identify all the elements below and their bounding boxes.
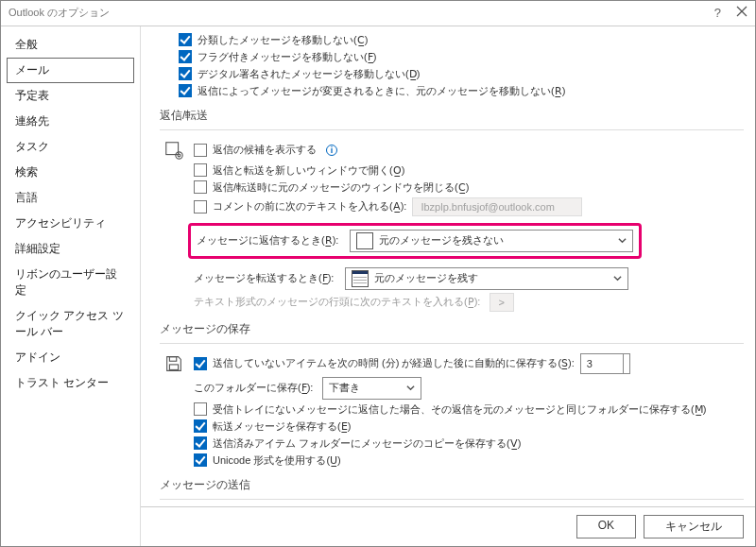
cancel-button[interactable]: キャンセル [644,515,744,538]
section-message-sending: メッセージの送信 [160,477,744,493]
reply-style-highlight: メッセージに返信するとき(R̲): 元のメッセージを残さない [188,223,642,259]
sidebar-item-calendar[interactable]: 予定表 [7,83,134,109]
floppy-icon [160,353,188,374]
plain-prefix-label: テキスト形式のメッセージの行頭に次のテキストを入れる(P̲): [194,295,480,309]
plain-prefix-textbox: > [490,293,514,312]
lbl: Unicode 形式を使用する(U̲) [213,453,341,468]
sidebar-item-general[interactable]: 全般 [7,32,134,58]
cb-flagged-no-move[interactable] [179,50,192,63]
lbl: フラグ付きメッセージを移動しない(F̲) [198,50,376,64]
forward-style-label: メッセージを転送するとき(F̲): [194,271,334,285]
divider [160,343,744,344]
save-folder-value: 下書き [329,381,360,395]
cb-open-new-window[interactable] [194,163,207,177]
svg-point-3 [176,152,182,159]
reply-style-select[interactable]: 元のメッセージを残さない [350,230,633,252]
cb-save-sent-copy[interactable] [194,436,207,450]
content: 分類したメッセージを移動しない(C̲) フラグ付きメッセージを移動しない(F̲)… [141,26,755,506]
save-folder-label: このフォルダーに保存(F̲): [194,381,313,395]
sidebar-item-addins[interactable]: アドイン [7,345,134,370]
section-reply-forward: 返信/転送 [160,108,744,124]
lbl: 受信トレイにないメッセージに返信した場合、その返信を元のメッセージと同じフォルダ… [213,402,706,417]
chevron-down-icon[interactable] [624,364,629,373]
chevron-down-icon [613,273,622,284]
reply-thumb-icon [356,232,373,249]
save-folder-select[interactable]: 下書き [322,377,421,400]
lbl: 転送メッセージを保存する(E̲) [213,419,351,434]
help-icon[interactable]: ? [714,6,721,20]
lbl: 送信済みアイテム フォルダーにメッセージのコピーを保存する(V̲) [213,436,521,451]
cb-save-forwarded[interactable] [194,419,207,433]
ok-button[interactable]: OK [576,515,636,538]
cb-use-unicode[interactable] [194,453,207,467]
dialog-footer: OK キャンセル [141,506,755,546]
cb-show-reply-suggestions[interactable] [194,144,207,157]
lbl: 返信によってメッセージが変更されるときに、元のメッセージを移動しない(R̲) [198,84,565,98]
divider [160,129,744,130]
lbl: デジタル署名されたメッセージを移動しない(D̲) [198,67,420,81]
sidebar-item-search[interactable]: 検索 [7,160,134,185]
forward-style-select[interactable]: 元のメッセージを残す [345,267,628,290]
autosave-minutes-spinner[interactable]: 3 [580,353,630,374]
reply-forward-icon [160,140,188,161]
lbl: 送信していないアイテムを次の時間 (分) が経過した後に自動的に保存する(S̲)… [213,356,575,370]
section-message-save: メッセージの保存 [160,321,744,337]
spinner-buttons[interactable] [624,353,630,374]
reply-style-value: 元のメッセージを残さない [379,233,612,248]
sidebar: 全般 メール 予定表 連絡先 タスク 検索 言語 アクセシビリティ 詳細設定 リ… [1,26,141,546]
chevron-up-icon[interactable] [624,354,629,364]
cb-close-original[interactable] [194,180,207,194]
titlebar: Outlook のオプション ? [1,1,755,26]
sidebar-item-mail[interactable]: メール [7,58,134,83]
cb-categorized-no-move[interactable] [179,33,192,46]
lbl: 返信/転送時に元のメッセージのウィンドウを閉じる(C̲) [213,180,469,195]
sidebar-item-ribbon[interactable]: リボンのユーザー設定 [7,262,134,303]
forward-style-value: 元のメッセージを残す [374,271,608,285]
sidebar-item-quick-access[interactable]: クイック アクセス ツール バー [7,303,134,345]
sidebar-item-language[interactable]: 言語 [7,185,134,211]
divider [160,499,744,500]
lbl: 分類したメッセージを移動しない(C̲) [198,33,368,47]
cb-autosave[interactable] [194,357,207,370]
lbl: 返信と転送を新しいウィンドウで開く(O̲) [213,163,404,178]
titlebar-controls: ? [714,6,747,20]
lbl: コメントの前に次のテキストを入れる(A̲): [213,199,406,214]
sidebar-item-tasks[interactable]: タスク [7,134,134,160]
cb-signed-no-move[interactable] [179,67,192,80]
chevron-down-icon [618,235,627,247]
reply-style-label: メッセージに返信するとき(R̲): [197,233,338,248]
cb-save-reply-same-folder[interactable] [194,402,207,416]
sidebar-item-advanced[interactable]: 詳細設定 [7,236,134,262]
chevron-down-icon [406,383,415,394]
autosave-minutes-value[interactable]: 3 [580,353,624,374]
svg-rect-5 [169,365,178,370]
lbl: 返信の候補を表示する [213,143,317,157]
forward-thumb-icon [352,270,369,287]
svg-rect-4 [169,357,176,362]
sidebar-item-contacts[interactable]: 連絡先 [7,109,134,134]
cb-replied-no-move[interactable] [179,84,192,97]
close-icon[interactable] [736,6,747,20]
cb-prepend-comment[interactable] [194,200,207,214]
prepend-comment-textbox[interactable]: Ibzplp.bnfusjof@outlook.com [412,197,582,216]
window-title: Outlook のオプション [9,6,110,20]
info-icon[interactable]: i [326,145,337,156]
sidebar-item-accessibility[interactable]: アクセシビリティ [7,211,134,236]
sidebar-item-trustcenter[interactable]: トラスト センター [7,370,134,396]
